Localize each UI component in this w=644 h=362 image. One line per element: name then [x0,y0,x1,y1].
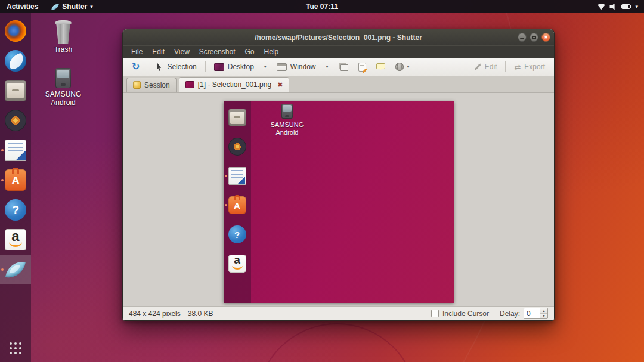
close-button[interactable]: ✖ [541,33,550,42]
top-bar: Activities Shutter ▾ Tue 07:11 ▾ [0,0,644,13]
menu-view[interactable]: View [169,46,194,58]
dock-item-libreoffice-writer[interactable] [0,136,31,165]
desktop-label: Desktop [228,63,254,71]
preview-running-indicator [225,175,227,177]
spinner-buttons: ▴ ▾ [540,308,547,318]
rhythmbox-icon [5,110,26,131]
preview-phone-icon [281,104,293,119]
include-cursor-checkbox[interactable] [431,310,439,317]
clock[interactable]: Tue 07:11 [306,0,338,13]
preview-help-icon: ? [228,225,246,243]
preview-amazon-icon: a [228,255,246,273]
selection-capture-button[interactable]: Selection [153,61,200,73]
chevron-down-icon: ▾ [264,64,267,69]
preview-dock-strip: A ? a [224,101,251,303]
desktop-thumbnail-icon [214,63,224,71]
preview-samsung-device: SAMSUNG Android [262,104,313,137]
app-menu-label: Shutter [62,2,87,11]
menu-file[interactable]: File [126,46,147,58]
libreoffice-writer-icon [5,140,26,161]
activities-button[interactable]: Activities [0,0,45,13]
tab-close-icon[interactable]: ✖ [277,82,283,88]
tooltip-capture-button[interactable] [372,63,389,71]
chevron-down-icon: ▾ [635,4,638,10]
trash-icon [53,20,73,44]
amazon-smile-icon [9,242,22,247]
pencil-icon [474,64,481,70]
show-applications-button[interactable] [9,341,23,355]
battery-icon [621,4,630,9]
delay-label: Delay: [500,310,520,318]
cursor-icon [157,63,163,71]
combo-separator [259,62,259,72]
wallpaper-ring [256,323,417,362]
screenshot-thumbnail-icon [185,81,194,88]
status-bar: 484 x 424 pixels 38.0 KB Include Cursor … [123,306,554,320]
dock-item-files[interactable] [0,76,31,105]
dock-item-amazon[interactable]: a [0,225,31,254]
session-tab-label: Session [144,81,170,89]
preview-files-icon [228,109,246,126]
menu-screenshot[interactable]: Screenshot [194,46,240,58]
redo-button[interactable]: ↻ [128,60,144,73]
tab-selection-001[interactable]: [1] - Selection_001.png ✖ [179,77,290,92]
dock-item-firefox[interactable] [0,17,31,45]
redo-icon: ↻ [132,62,140,72]
web-capture-button[interactable]: ▾ [391,61,414,73]
firefox-icon [5,20,26,42]
menu-help[interactable]: Help [259,46,284,58]
chevron-down-icon: ▾ [90,4,93,10]
dock-item-rhythmbox[interactable] [0,106,31,135]
spin-up-button[interactable]: ▴ [540,308,547,313]
screenshot-preview: A ? a SAMSUNG Android [224,101,454,303]
menu-capture-button[interactable] [354,61,370,73]
running-indicator [1,149,4,151]
tab-session[interactable]: Session [126,78,177,92]
desktop: Activities Shutter ▾ Tue 07:11 ▾ A [0,0,644,362]
title-bar[interactable]: /home/swap/Pictures/Selection_001.png - … [123,29,554,45]
maximize-button[interactable] [530,33,538,42]
desktop-icon-samsung-android[interactable]: SAMSUNG Android [44,68,82,107]
preview-samsung-label: SAMSUNG Android [262,121,313,137]
system-status-area[interactable]: ▾ [592,0,644,13]
network-icon [597,4,605,10]
globe-icon [395,63,404,71]
dock: A ? a [0,13,31,362]
shutter-icon [5,259,26,280]
app-menu-button[interactable]: Shutter ▾ [45,0,100,13]
close-icon: ✖ [544,35,548,40]
section-capture-button[interactable] [335,61,352,73]
menu-bar: File Edit View Screenshot Go Help [123,45,554,58]
window-capture-button[interactable]: Window ▾ [273,60,333,73]
toolbar-separator [205,61,206,72]
preview-amazon-smile-icon [232,265,243,270]
menu-capture-icon [358,63,366,72]
preview-area: A ? a SAMSUNG Android [123,93,554,306]
screenshot-tab-label: [1] - Selection_001.png [198,81,271,89]
toolbar-separator [148,61,148,72]
include-cursor-label: Include Cursor [442,310,489,318]
window-title: /home/swap/Pictures/Selection_001.png - … [255,33,422,42]
window-capture-icon [277,63,287,71]
minimize-icon [520,38,524,39]
toolbar: ↻ Selection Desktop ▾ Window ▾ [123,58,554,76]
toolbar-separator [505,61,506,72]
amazon-icon: a [5,229,26,250]
export-icon: ⇄ [514,63,521,71]
desktop-capture-button[interactable]: Desktop ▾ [210,60,271,73]
delay-input[interactable] [524,308,540,318]
menu-edit[interactable]: Edit [147,46,169,58]
desktop-icon-trash[interactable]: Trash [44,20,82,54]
preview-ubuntu-software-icon: A [228,196,246,214]
dock-item-thunderbird[interactable] [0,47,31,75]
dock-item-help[interactable]: ? [0,196,31,224]
edit-label: Edit [485,63,497,71]
tab-bar: Session [1] - Selection_001.png ✖ [123,76,554,93]
export-button[interactable]: ⇄ Export [510,61,549,73]
menu-go[interactable]: Go [240,46,259,58]
minimize-button[interactable] [518,33,527,42]
edit-button[interactable]: Edit [470,61,501,73]
dock-item-shutter[interactable] [0,255,31,284]
dock-item-ubuntu-software[interactable]: A [0,166,31,194]
spin-down-button[interactable]: ▾ [540,313,547,318]
